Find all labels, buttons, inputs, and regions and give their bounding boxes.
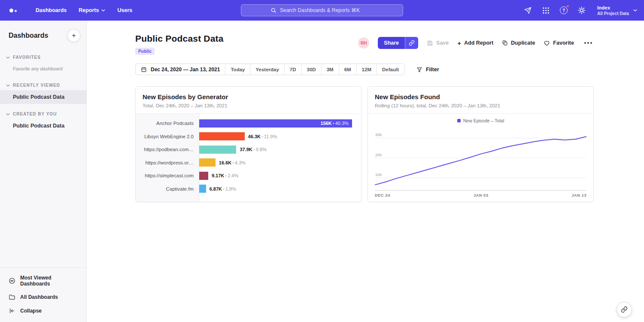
search-icon	[270, 7, 276, 13]
project-selector[interactable]: Index All Project Data	[597, 5, 637, 16]
card-title: New Episodes Found	[375, 93, 586, 100]
footer-item-label: Collapse	[20, 308, 42, 314]
chevron-down-icon	[101, 9, 105, 12]
add-report-button[interactable]: + Add Report	[457, 40, 493, 46]
date-controls: Dec 24, 2020 — Jan 13, 2021 TodayYesterd…	[135, 64, 594, 75]
send-icon[interactable]	[523, 6, 532, 15]
header-actions: RH Share Save + Add Report	[358, 37, 594, 49]
most-viewed-dashboards-button[interactable]: Most Viewed Dashboards	[0, 271, 86, 290]
add-dashboard-button[interactable]: +	[67, 29, 80, 42]
bar-row: https://podbean.com…37.9K•9.8%	[136, 143, 356, 156]
section-label: CREATED BY YOU	[13, 112, 57, 116]
card-new-episodes-by-generator: New Episodes by Generator Total, Dec 24t…	[135, 86, 361, 202]
preset-30d[interactable]: 30D	[301, 64, 321, 75]
preset-12m[interactable]: 12M	[356, 64, 377, 75]
app-logo-icon[interactable]	[9, 9, 17, 12]
nav-item-label: Dashboards	[36, 7, 67, 13]
bar[interactable]: 156K•40.3%	[199, 119, 352, 128]
x-tick: JAN 13	[571, 193, 586, 197]
sidebar-item-public-podcast-data[interactable]: Public Podcast Data	[0, 90, 86, 104]
copy-link-floating-button[interactable]	[617, 302, 632, 317]
favorite-button[interactable]: Favorite	[544, 40, 574, 46]
bar[interactable]	[199, 172, 208, 180]
plus-icon: +	[72, 32, 76, 39]
global-search[interactable]	[241, 4, 403, 16]
copy-icon	[502, 40, 508, 46]
bar-chart-body: Anchor Podcasts156K•40.3%Libsyn WebEngin…	[136, 114, 361, 202]
legend-item[interactable]: New Episode – Total	[375, 118, 586, 123]
nav-item-label: Reports	[79, 7, 99, 13]
collapse-sidebar-button[interactable]: Collapse	[0, 304, 86, 318]
sidebar-title: Dashboards	[9, 32, 48, 39]
y-tick: 10K	[375, 173, 382, 177]
avatar: RH	[358, 37, 369, 49]
sidebar-item-public-podcast-data[interactable]: Public Podcast Data	[0, 119, 86, 133]
bar[interactable]	[199, 158, 216, 167]
date-range-picker[interactable]: Dec 24, 2020 — Jan 13, 2021	[136, 64, 225, 75]
main-area: Public Podcast Data Public RH Share Save	[87, 21, 644, 322]
bar-value-label: 156K•40.3%	[321, 121, 352, 126]
bar-category-label: Anchor Podcasts	[136, 121, 199, 126]
y-tick: 20K	[375, 153, 382, 157]
section-header-recent[interactable]: RECENTLY VIEWED	[0, 80, 86, 90]
share-link-icon[interactable]	[405, 37, 418, 49]
y-tick: 30K	[375, 133, 382, 137]
notification-dot	[566, 5, 569, 8]
filter-button[interactable]: Filter	[416, 67, 439, 73]
bar-row: https://simplecast.com9.17K•2.4%	[136, 169, 356, 182]
date-range-label: Dec 24, 2020 — Jan 13, 2021	[151, 67, 220, 73]
save-label: Save	[436, 40, 449, 46]
preset-default[interactable]: Default	[377, 64, 404, 75]
heart-icon	[544, 40, 550, 46]
calendar-icon	[141, 67, 147, 73]
line-chart-svg[interactable]: 10K20K30K	[375, 126, 586, 191]
all-dashboards-button[interactable]: All Dashboards	[0, 290, 86, 304]
section-header-favorites[interactable]: FAVORITES	[0, 52, 86, 62]
section-header-created[interactable]: CREATED BY YOU	[0, 109, 86, 119]
apps-grid-icon[interactable]	[541, 6, 550, 15]
more-options-icon[interactable]	[583, 40, 594, 46]
duplicate-button[interactable]: Duplicate	[502, 40, 535, 46]
preset-6m[interactable]: 6M	[339, 64, 356, 75]
bar[interactable]	[199, 185, 206, 193]
x-axis-ticks: DEC 24 JAN 03 JAN 13	[375, 193, 586, 197]
project-name: Index	[597, 5, 629, 11]
nav-item-reports[interactable]: Reports	[73, 5, 111, 16]
legend-swatch	[457, 119, 461, 122]
preset-today[interactable]: Today	[225, 64, 250, 75]
bar-value-label: 37.9K•9.8%	[240, 147, 266, 152]
nav-right-cluster: ? Index All Project Data	[523, 5, 637, 16]
x-tick: DEC 24	[375, 193, 390, 197]
chevron-down-icon	[6, 84, 10, 87]
footer-item-label: All Dashboards	[20, 294, 58, 300]
chevron-down-icon	[6, 113, 10, 115]
bar-category-label: https://wordpress.or…	[136, 160, 199, 165]
search-input[interactable]	[280, 7, 374, 13]
save-button[interactable]: Save	[427, 40, 449, 46]
footer-item-label: Most Viewed Dashboards	[20, 275, 78, 287]
legend-label: New Episode – Total	[463, 118, 504, 123]
bar-row: Captivate.fm6.87K•1.8%	[136, 182, 356, 196]
bar[interactable]	[199, 146, 236, 154]
share-button[interactable]: Share	[378, 37, 418, 49]
bar-row: Libsyn WebEngine 2.046.3K•11.9%	[136, 130, 356, 143]
bar-category-label: https://podbean.com…	[136, 147, 199, 152]
favorites-empty-hint: Favorite any dashboard	[0, 62, 86, 75]
most-viewed-icon	[9, 277, 15, 284]
bar[interactable]	[199, 132, 245, 140]
nav-item-dashboards[interactable]: Dashboards	[30, 5, 73, 16]
section-label: RECENTLY VIEWED	[13, 83, 60, 88]
preset-yesterday[interactable]: Yesterday	[250, 64, 284, 75]
bar-category-label: https://simplecast.com	[136, 173, 199, 178]
filter-label: Filter	[426, 67, 439, 73]
settings-gear-icon[interactable]	[577, 6, 586, 15]
nav-item-users[interactable]: Users	[111, 5, 138, 16]
date-segmented-control: Dec 24, 2020 — Jan 13, 2021 TodayYesterd…	[135, 64, 404, 75]
help-icon[interactable]: ?	[559, 6, 568, 15]
bar-category-label: Captivate.fm	[136, 186, 199, 191]
preset-7d[interactable]: 7D	[284, 64, 301, 75]
card-new-episodes-found: New Episodes Found Rolling (12 hours), t…	[368, 86, 594, 202]
section-label: FAVORITES	[13, 55, 41, 60]
preset-3m[interactable]: 3M	[321, 64, 339, 75]
public-badge: Public	[135, 48, 155, 55]
